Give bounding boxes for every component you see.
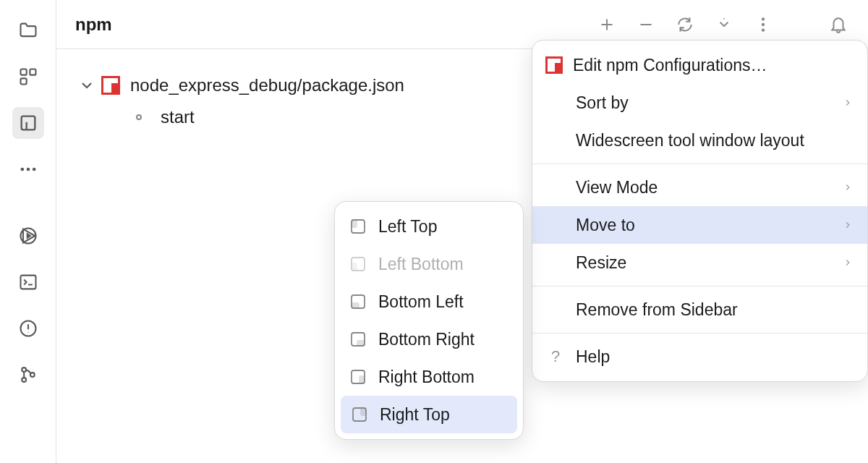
right-bottom-icon: [348, 367, 368, 387]
menu-move-to[interactable]: Move to: [532, 206, 867, 244]
left-tool-rail: [0, 0, 56, 463]
submenu-bottom-left[interactable]: Bottom Left: [335, 283, 523, 320]
folder-icon[interactable]: [12, 14, 44, 46]
collapse-icon[interactable]: [634, 12, 658, 37]
svg-rect-3: [21, 116, 35, 130]
tool-window-title: npm: [75, 14, 112, 35]
menu-sort-by[interactable]: Sort by: [532, 84, 867, 122]
svg-rect-24: [357, 341, 365, 346]
kebab-icon[interactable]: [751, 12, 775, 37]
submenu-right-top[interactable]: Right Top: [341, 396, 517, 433]
menu-remove[interactable]: Remove from Sidebar: [532, 291, 867, 328]
bottom-left-icon: [348, 292, 368, 312]
menu-edit-configs[interactable]: Edit npm Configurations…: [532, 46, 867, 84]
tool-window-options-menu: Edit npm Configurations… Sort by Widescr…: [532, 40, 868, 382]
left-bottom-icon: [348, 254, 368, 274]
npm-icon: [545, 56, 563, 74]
svg-rect-1: [30, 69, 35, 75]
script-bullet-icon: [136, 114, 142, 120]
menu-separator: [532, 333, 867, 334]
svg-point-11: [22, 368, 26, 372]
svg-point-6: [32, 168, 35, 171]
svg-point-15: [762, 23, 765, 26]
run-icon[interactable]: [12, 220, 44, 252]
help-icon: ?: [545, 347, 566, 367]
svg-rect-22: [352, 303, 359, 308]
svg-rect-26: [359, 376, 365, 383]
npm-tool-icon[interactable]: [12, 107, 44, 139]
menu-widescreen[interactable]: Widescreen tool window layout: [532, 122, 867, 159]
menu-separator: [532, 286, 867, 286]
svg-rect-2: [20, 78, 26, 84]
submenu-bottom-right[interactable]: Bottom Right: [335, 320, 523, 358]
bottom-right-icon: [348, 329, 368, 349]
menu-view-mode[interactable]: View Mode: [532, 169, 867, 206]
menu-resize[interactable]: Resize: [532, 244, 867, 281]
tree-root-label: node_express_debug/package.json: [130, 75, 404, 95]
add-icon[interactable]: [595, 12, 619, 37]
problems-icon[interactable]: [12, 313, 44, 344]
refresh-icon[interactable]: [673, 12, 697, 37]
svg-point-5: [26, 168, 30, 171]
svg-rect-0: [20, 69, 26, 75]
terminal-icon[interactable]: [12, 266, 44, 298]
vcs-icon[interactable]: [12, 359, 44, 391]
svg-rect-9: [20, 276, 35, 289]
chevron-right-icon: [843, 216, 853, 234]
move-to-submenu: Left Top Left Bottom Bottom Left Bottom …: [334, 201, 524, 440]
npm-icon: [101, 76, 120, 95]
notifications-icon[interactable]: [826, 12, 851, 37]
svg-rect-28: [361, 408, 366, 415]
chevron-down-icon[interactable]: [78, 77, 95, 94]
chevron-right-icon: [843, 253, 853, 272]
menu-help[interactable]: ? Help: [532, 338, 867, 375]
tree-child-label: start: [161, 107, 195, 127]
svg-rect-18: [352, 220, 357, 227]
svg-point-12: [22, 378, 26, 382]
right-top-icon: [349, 404, 370, 425]
svg-point-4: [20, 168, 24, 171]
chevron-right-icon: [843, 93, 853, 112]
submenu-left-bottom: Left Bottom: [335, 245, 523, 283]
chevron-right-icon: [843, 178, 853, 197]
submenu-right-bottom[interactable]: Right Bottom: [335, 358, 523, 396]
svg-point-16: [762, 28, 765, 31]
more-icon[interactable]: [12, 153, 44, 185]
expand-down-icon[interactable]: [712, 12, 736, 37]
structure-icon[interactable]: [12, 61, 44, 93]
left-top-icon: [348, 216, 368, 237]
menu-separator: [532, 163, 867, 164]
svg-rect-20: [352, 263, 357, 271]
submenu-left-top[interactable]: Left Top: [335, 208, 523, 245]
svg-point-14: [762, 17, 765, 20]
